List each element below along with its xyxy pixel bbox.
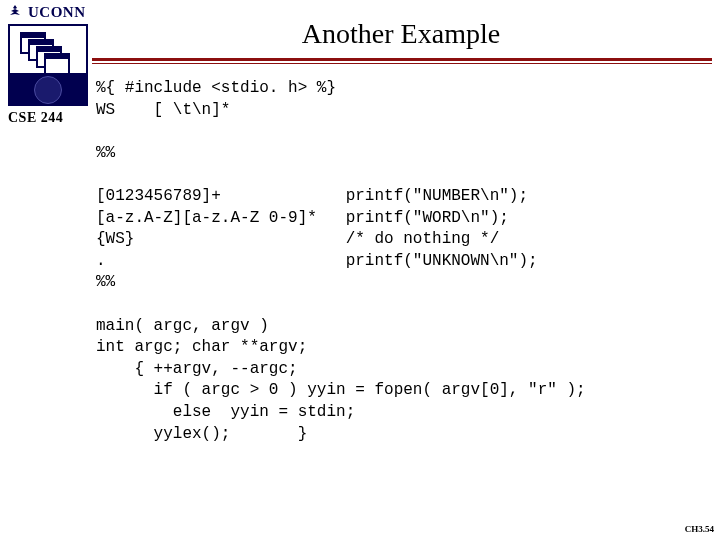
dept-seal-icon <box>14 76 82 102</box>
dept-logo <box>8 24 88 106</box>
oakleaf-icon <box>8 5 22 21</box>
title-divider <box>92 58 712 61</box>
course-label: CSE 244 <box>8 110 63 126</box>
code-block: %{ #include <stdio. h> %} WS [ \t\n]* %%… <box>96 78 712 445</box>
uconn-label: UCONN <box>28 4 86 21</box>
slide-footer: CH3.54 <box>685 524 714 534</box>
windows-icon <box>20 32 72 72</box>
title-divider-thin <box>92 63 712 64</box>
slide-title: Another Example <box>90 18 712 50</box>
uconn-brand: UCONN <box>8 4 86 21</box>
